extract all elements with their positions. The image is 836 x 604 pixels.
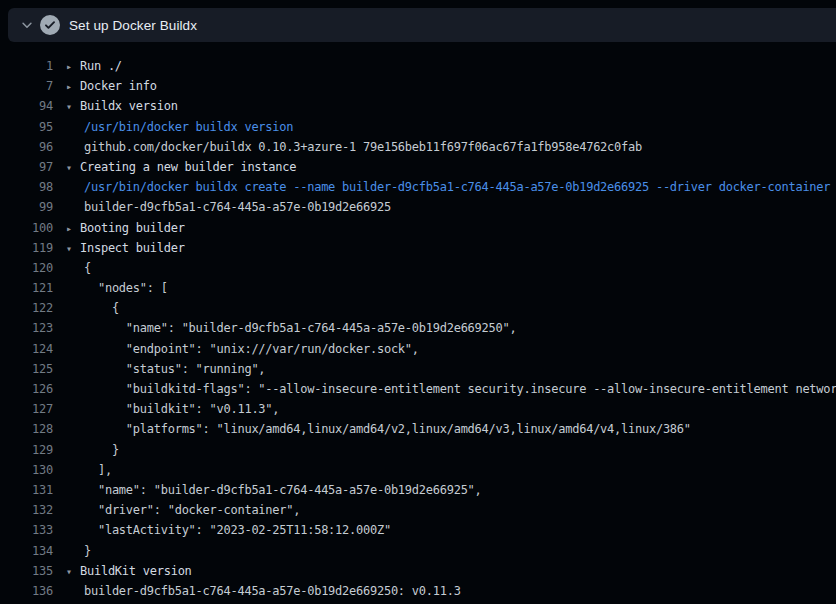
log-line: 127 "buildkit": "v0.11.3",: [0, 399, 836, 419]
log-line-text: "endpoint": "unix:///var/run/docker.sock…: [84, 339, 419, 359]
log-line-number[interactable]: 7: [0, 76, 53, 96]
log-group-header[interactable]: 94 ▾ Buildx version: [0, 96, 836, 116]
log-group-header[interactable]: 100 ▸ Booting builder: [0, 218, 836, 238]
gutter: ▸: [53, 218, 80, 238]
gutter: [53, 500, 84, 520]
log-line-text: "nodes": [: [84, 278, 168, 298]
log-line: 134 }: [0, 541, 836, 561]
log-line: 99 builder-d9cfb5a1-c764-445a-a57e-0b19d…: [0, 197, 836, 217]
log-line-text: builder-d9cfb5a1-c764-445a-a57e-0b19d2e6…: [84, 197, 391, 217]
log-line: 124 "endpoint": "unix:///var/run/docker.…: [0, 339, 836, 359]
log-line: 121 "nodes": [: [0, 278, 836, 298]
gutter: [53, 399, 84, 419]
log-line: 126 "buildkitd-flags": "--allow-insecure…: [0, 379, 836, 399]
log-line: 123 "name": "builder-d9cfb5a1-c764-445a-…: [0, 318, 836, 338]
log-line-number[interactable]: 129: [0, 440, 53, 460]
log-line-text: "name": "builder-d9cfb5a1-c764-445a-a57e…: [84, 318, 516, 338]
log-line: 96 github.com/docker/buildx 0.10.3+azure…: [0, 137, 836, 157]
log-line-number[interactable]: 135: [0, 561, 53, 581]
log-line-text: Buildx version: [80, 96, 178, 116]
log-line-number[interactable]: 132: [0, 500, 53, 520]
log-line: 120 {: [0, 258, 836, 278]
log-line-number[interactable]: 100: [0, 218, 53, 238]
log-line-text: github.com/docker/buildx 0.10.3+azure-1 …: [84, 137, 642, 157]
log-line-number[interactable]: 95: [0, 117, 53, 137]
triangle-down-icon[interactable]: ▾: [66, 238, 72, 258]
check-circle-icon: [40, 15, 60, 35]
log-line-number[interactable]: 122: [0, 298, 53, 318]
log-line-number[interactable]: 133: [0, 520, 53, 540]
triangle-down-icon[interactable]: ▾: [66, 157, 72, 177]
log-line-text: /usr/bin/docker buildx create --name bui…: [84, 177, 830, 197]
gutter: ▸: [53, 56, 80, 76]
log-group-header[interactable]: 7 ▸ Docker info: [0, 76, 836, 96]
log-line-number[interactable]: 124: [0, 339, 53, 359]
log-group-header[interactable]: 1 ▸ Run ./: [0, 56, 836, 76]
log-line-text: /usr/bin/docker buildx version: [84, 117, 293, 137]
log-line-number[interactable]: 99: [0, 197, 53, 217]
triangle-right-icon[interactable]: ▸: [66, 218, 72, 238]
log-line-number[interactable]: 97: [0, 157, 53, 177]
log-line-text: Inspect builder: [80, 238, 185, 258]
log-line-number[interactable]: 130: [0, 460, 53, 480]
log-line-number[interactable]: 98: [0, 177, 53, 197]
log-line-text: ],: [84, 460, 112, 480]
gutter: ▸: [53, 76, 80, 96]
log-line-text: }: [84, 541, 91, 561]
log-line-text: Run ./: [80, 56, 122, 76]
log-line-number[interactable]: 120: [0, 258, 53, 278]
log-line-number[interactable]: 128: [0, 419, 53, 439]
step-header[interactable]: Set up Docker Buildx: [8, 8, 836, 42]
log-line: 133 "lastActivity": "2023-02-25T11:58:12…: [0, 520, 836, 540]
log-line-number[interactable]: 94: [0, 96, 53, 116]
gutter: [53, 581, 84, 601]
gutter: [53, 520, 84, 540]
log-line-text: "platforms": "linux/amd64,linux/amd64/v2…: [84, 419, 691, 439]
gutter: [53, 298, 84, 318]
log-line-number[interactable]: 126: [0, 379, 53, 399]
gutter: ▾: [53, 96, 80, 116]
log-viewer: 1 ▸ Run ./ 7 ▸ Docker info 94 ▾ Buildx v…: [0, 56, 836, 601]
gutter: [53, 117, 84, 137]
log-line-number[interactable]: 121: [0, 278, 53, 298]
log-line: 129 }: [0, 440, 836, 460]
triangle-right-icon[interactable]: ▸: [66, 77, 72, 97]
triangle-down-icon[interactable]: ▾: [66, 97, 72, 117]
log-line: 131 "name": "builder-d9cfb5a1-c764-445a-…: [0, 480, 836, 500]
log-line-text: "buildkitd-flags": "--allow-insecure-ent…: [84, 379, 836, 399]
actions-log-page: { "colors": { "page_bg": "#020509", "hea…: [0, 0, 836, 604]
log-line: 122 {: [0, 298, 836, 318]
log-line-number[interactable]: 131: [0, 480, 53, 500]
gutter: [53, 339, 84, 359]
chevron-down-icon[interactable]: [20, 18, 34, 32]
gutter: [53, 359, 84, 379]
gutter: [53, 440, 84, 460]
log-line-number[interactable]: 125: [0, 359, 53, 379]
log-line-number[interactable]: 127: [0, 399, 53, 419]
gutter: [53, 318, 84, 338]
gutter: [53, 480, 84, 500]
log-line-text: "driver": "docker-container",: [84, 500, 300, 520]
gutter: [53, 258, 84, 278]
log-group-header[interactable]: 97 ▾ Creating a new builder instance: [0, 157, 836, 177]
log-line-text: builder-d9cfb5a1-c764-445a-a57e-0b19d2e6…: [84, 581, 461, 601]
triangle-right-icon[interactable]: ▸: [66, 57, 72, 77]
step-title: Set up Docker Buildx: [69, 18, 197, 33]
log-line-number[interactable]: 134: [0, 541, 53, 561]
log-line: 136 builder-d9cfb5a1-c764-445a-a57e-0b19…: [0, 581, 836, 601]
log-line-number[interactable]: 119: [0, 238, 53, 258]
log-line-text: Docker info: [80, 76, 157, 96]
gutter: ▾: [53, 561, 80, 581]
log-line-text: }: [84, 440, 119, 460]
log-line-text: "status": "running",: [84, 359, 265, 379]
triangle-down-icon[interactable]: ▾: [66, 561, 72, 581]
log-line-number[interactable]: 1: [0, 56, 53, 76]
log-line-number[interactable]: 96: [0, 137, 53, 157]
log-group-header[interactable]: 135 ▾ BuildKit version: [0, 561, 836, 581]
log-line-text: Booting builder: [80, 218, 185, 238]
log-group-header[interactable]: 119 ▾ Inspect builder: [0, 238, 836, 258]
log-line-text: {: [84, 258, 91, 278]
log-line-number[interactable]: 123: [0, 318, 53, 338]
log-line-number[interactable]: 136: [0, 581, 53, 601]
gutter: ▾: [53, 157, 80, 177]
